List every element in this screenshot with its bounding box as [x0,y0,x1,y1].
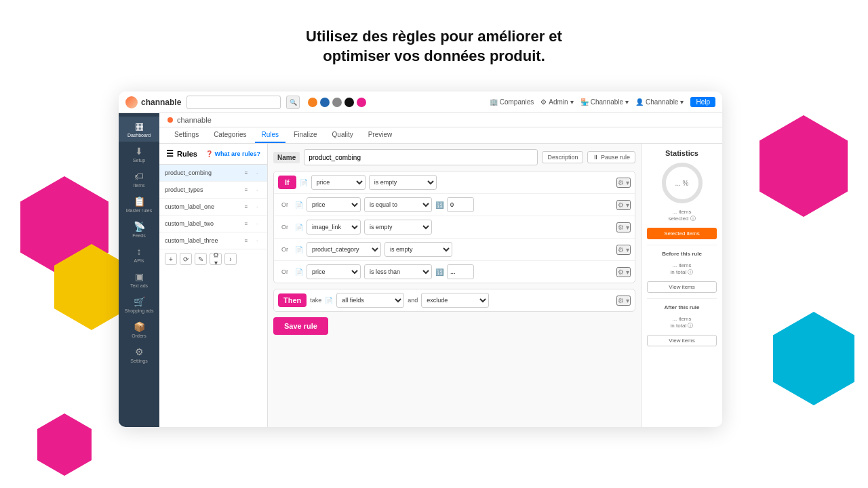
search-input[interactable] [186,96,281,109]
rules-title: Rules [177,150,197,158]
what-are-rules-link[interactable]: ❓ What are rules? [205,150,260,157]
rule-edit-icon[interactable]: ≡ [241,168,251,178]
sidebar-item-feeds[interactable]: 📡 Feeds [119,217,159,242]
rule-more-icon[interactable]: · [252,168,262,178]
rule-edit-icon[interactable]: ≡ [241,236,251,245]
sidebar-item-items[interactable]: 🏷 Items [119,167,159,192]
pause-rule-button[interactable]: ⏸ Pause rule [587,151,635,163]
value-input-2[interactable] [447,197,474,212]
condition-row-or-4: Or 📄 price is less than 🔢 ⚙ ▾ [274,261,635,283]
conditions-block: If 📄 price is empty ⚙ ▾ [273,171,635,283]
app-body: ▦ Dashboard ⬇ Setup 🏷 Items 📋 Master rul… [119,113,722,427]
rule-edit-icon[interactable]: ≡ [241,219,251,228]
sidebar-label-dashboard: Dashboard [127,133,151,138]
settings-icon: ⚙ [135,346,144,357]
tab-preview[interactable]: Preview [361,127,399,143]
operator-select-1[interactable]: is empty [369,175,437,190]
sidebar-item-apis[interactable]: ↕ APIs [119,242,159,267]
rule-item-custom-label-two[interactable]: custom_label_two ≡ · [159,216,267,232]
then-row: Then take 📄 all fields and exclude [274,289,635,311]
rule-item-custom-label-one[interactable]: custom_label_one ≡ · [159,199,267,216]
rule-name-input[interactable] [304,149,538,165]
stats-divider-1 [647,245,717,245]
field-select-3[interactable]: image_link [307,220,361,235]
cond-settings-5[interactable]: ⚙ ▾ [616,267,631,277]
nav-admin[interactable]: ⚙ Admin ▾ [540,98,573,106]
value-input-5[interactable] [447,264,474,279]
sidebar-item-settings[interactable]: ⚙ Settings [119,342,159,367]
rule-item-custom-label-three[interactable]: custom_label_three ≡ · [159,232,267,249]
or-label-4: Or [278,268,292,275]
rule-more-icon[interactable]: · [252,236,262,245]
gear-rule-button[interactable]: ⚙ ▾ [210,253,222,265]
search-button[interactable]: 🔍 [286,96,300,109]
setup-icon: ⬇ [135,146,143,157]
value-icon-5: 🔢 [435,268,443,276]
rule-item-product-types[interactable]: product_types ≡ · [159,182,267,199]
dashboard-icon: ▦ [135,121,144,131]
selected-items-button[interactable]: Selected items [647,228,717,239]
after-view-items-button[interactable]: View items [647,335,717,346]
rule-more-icon[interactable]: · [252,202,262,211]
rule-edit-icon[interactable]: ≡ [241,202,251,211]
cond-settings-2[interactable]: ⚙ ▾ [616,200,631,210]
topbar-nav: 🏢 Companies ⚙ Admin ▾ 🏪 Channable ▾ 👤 Ch… [490,97,715,107]
tab-quality[interactable]: Quality [326,127,360,143]
field-select-4[interactable]: product_category [307,242,381,257]
field-select-1[interactable]: price [311,175,366,190]
save-rule-button[interactable]: Save rule [273,317,328,335]
sidebar-label-settings: Settings [130,359,147,363]
sidebar-item-master-rules[interactable]: 📋 Master rules [119,192,159,217]
rule-more-icon[interactable]: · [252,185,262,195]
nav-channable1[interactable]: 🏪 Channable ▾ [580,98,629,106]
tab-finalize[interactable]: Finalize [287,127,323,143]
field-icon-3: 📄 [295,224,303,231]
add-rule-button[interactable]: + [165,253,177,265]
sidebar-item-text-ads[interactable]: ▣ Text ads [119,267,159,292]
help-button[interactable]: Help [690,97,715,107]
operator-select-5[interactable]: is less than [364,264,432,279]
field-select-5[interactable]: price [307,264,361,279]
sidebar-item-dashboard[interactable]: ▦ Dashboard [119,117,159,142]
statistics-percent: ... % [675,180,688,187]
next-rule-button[interactable]: › [224,253,237,265]
tab-categories[interactable]: Categories [207,127,253,143]
rule-item-actions: ≡ · [241,219,262,228]
cond-gear-5: ⚙ ▾ [616,267,631,277]
tab-settings[interactable]: Settings [167,127,205,143]
field-select-2[interactable]: price [307,197,361,212]
operator-select-2[interactable]: is equal to [364,197,432,212]
breadcrumb-dot [167,117,173,123]
then-field-select[interactable]: all fields [336,293,404,308]
rule-item-product-combing[interactable]: product_combing ≡ · [159,165,267,182]
circle-orange [308,98,317,107]
description-button[interactable]: Description [542,151,583,163]
sidebar-item-shopping-ads[interactable]: 🛒 Shopping ads [119,292,159,317]
statistics-circle: ... % [662,163,703,203]
then-settings[interactable]: ⚙ ▾ [616,296,631,306]
cond-settings-4[interactable]: ⚙ ▾ [616,245,631,255]
refresh-rule-button[interactable]: ⟳ [180,253,192,265]
rule-edit-icon[interactable]: ≡ [241,185,251,195]
headline-line2: optimiser vos données produit. [323,47,545,64]
tab-rules[interactable]: Rules [255,127,286,143]
tab-bar: Settings Categories Rules Finalize Quali… [159,127,722,144]
cond-settings-1[interactable]: ⚙ ▾ [616,178,631,188]
nav-companies[interactable]: 🏢 Companies [490,98,534,106]
operator-select-4[interactable]: is empty [384,242,452,257]
decorative-hex-blue-right [773,312,854,405]
or-label-3: Or [278,246,292,253]
before-view-items-button[interactable]: View items [647,281,717,293]
rule-item-actions: ≡ · [241,236,262,245]
operator-select-3[interactable]: is empty [364,220,432,235]
decorative-hex-pink-small [37,413,92,476]
cond-settings-3[interactable]: ⚙ ▾ [616,222,631,232]
sidebar-item-orders[interactable]: 📦 Orders [119,317,159,342]
edit-rule-button[interactable]: ✎ [195,253,207,265]
nav-channable2[interactable]: 👤 Channable ▾ [635,98,684,106]
sidebar-item-setup[interactable]: ⬇ Setup [119,142,159,167]
rule-more-icon[interactable]: · [252,219,262,228]
then-operation-select[interactable]: exclude [421,293,489,308]
name-label: Name [273,152,300,163]
rule-bottom-actions: + ⟳ ✎ ⚙ ▾ › [159,249,267,268]
